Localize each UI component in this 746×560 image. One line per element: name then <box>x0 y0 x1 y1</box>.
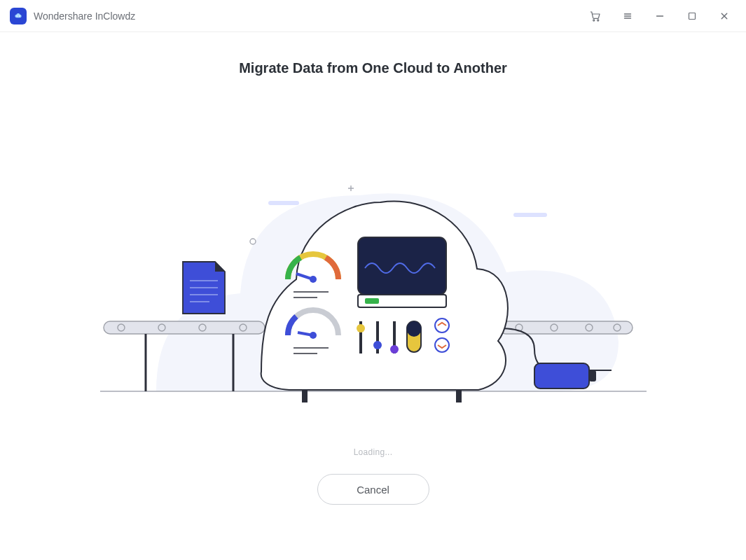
app-logo-icon <box>10 8 27 24</box>
loading-status: Loading... <box>0 447 746 457</box>
minimize-icon[interactable] <box>654 10 666 22</box>
svg-rect-29 <box>534 363 589 388</box>
svg-point-45 <box>357 324 365 332</box>
close-icon[interactable] <box>718 10 731 22</box>
svg-rect-11 <box>513 213 547 217</box>
svg-rect-10 <box>268 201 299 205</box>
svg-point-34 <box>310 276 317 283</box>
svg-rect-13 <box>104 321 265 334</box>
svg-rect-43 <box>365 298 379 304</box>
svg-rect-32 <box>456 390 462 402</box>
svg-point-47 <box>373 341 382 349</box>
titlebar: Wondershare InClowdz <box>0 0 746 32</box>
svg-point-12 <box>250 239 256 244</box>
svg-rect-6 <box>689 13 696 19</box>
svg-rect-30 <box>589 370 596 382</box>
svg-point-38 <box>310 332 317 339</box>
maximize-icon[interactable] <box>686 10 698 22</box>
svg-rect-51 <box>407 321 421 337</box>
cancel-button[interactable]: Cancel <box>317 474 429 505</box>
svg-point-1 <box>598 19 599 20</box>
svg-rect-24 <box>499 321 633 334</box>
migration-illustration <box>51 118 696 412</box>
cart-icon[interactable] <box>589 10 602 22</box>
app-title: Wondershare InClowdz <box>34 10 135 22</box>
menu-icon[interactable] <box>621 10 634 22</box>
page-title: Migrate Data from One Cloud to Another <box>0 60 746 76</box>
svg-point-49 <box>390 345 399 354</box>
svg-point-0 <box>593 19 595 20</box>
svg-rect-31 <box>302 390 308 402</box>
